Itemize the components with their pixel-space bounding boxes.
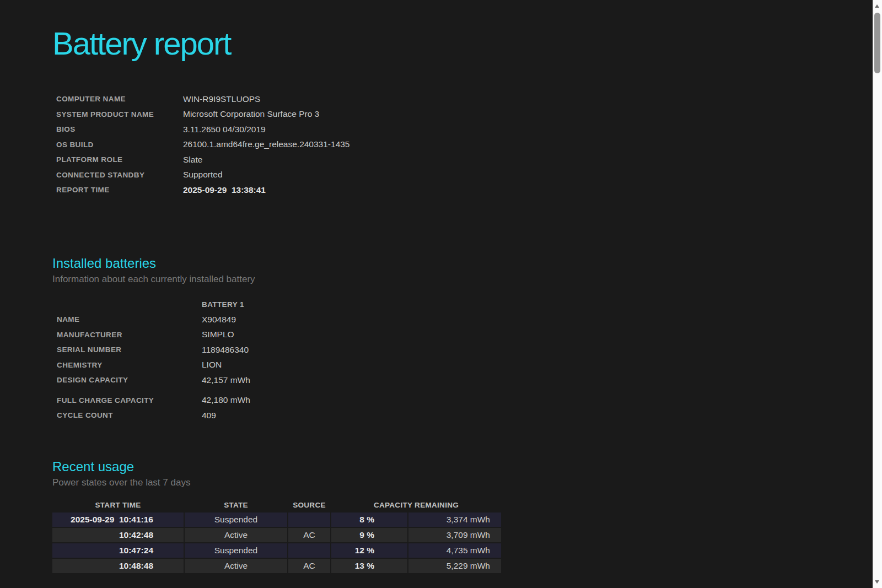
cell-source xyxy=(288,513,330,527)
system-info-row: SYSTEM PRODUCT NAME Microsoft Corporatio… xyxy=(56,107,873,122)
cell-capacity-percent: 13 % xyxy=(331,559,407,573)
battery-label: NAME xyxy=(57,315,202,323)
battery-label: DESIGN CAPACITY xyxy=(57,376,202,384)
battery-label: CYCLE COUNT xyxy=(57,411,202,419)
battery-value: 1189486340 xyxy=(202,345,873,355)
cell-capacity-mwh: 3,374 mWh xyxy=(408,513,501,527)
column-header-state: STATE xyxy=(185,501,287,509)
cell-capacity-mwh: 3,709 mWh xyxy=(408,528,501,542)
info-label: SYSTEM PRODUCT NAME xyxy=(56,110,183,118)
cell-capacity-percent: 8 % xyxy=(331,513,407,527)
battery-value: 42,157 mWh xyxy=(202,375,873,385)
battery-label: MANUFACTURER xyxy=(57,331,202,339)
info-value: 26100.1.amd64fre.ge_release.240331-1435 xyxy=(183,139,873,149)
info-value: Slate xyxy=(183,155,873,165)
battery-row: NAME X904849 xyxy=(57,312,873,327)
recent-usage-section: Recent usage Power states over the last … xyxy=(52,458,873,573)
cell-start-time: 10:42:48 xyxy=(52,528,184,542)
page-title: Battery report xyxy=(52,25,873,62)
vertical-scrollbar[interactable] xyxy=(873,0,882,588)
scroll-up-arrow-icon[interactable] xyxy=(875,4,879,8)
cell-state: Suspended xyxy=(185,513,287,527)
recent-usage-subtitle: Power states over the last 7 days xyxy=(52,477,873,488)
battery-row: SERIAL NUMBER 1189486340 xyxy=(57,342,873,358)
usage-table-row: 10:47:24 Suspended 12 % 4,735 mWh xyxy=(52,543,501,558)
info-label: BIOS xyxy=(56,125,183,133)
installed-batteries-title: Installed batteries xyxy=(52,255,873,272)
system-info-row: COMPUTER NAME WIN-R9I9STLUOPS xyxy=(56,91,873,107)
system-info-table: COMPUTER NAME WIN-R9I9STLUOPS SYSTEM PRO… xyxy=(52,91,873,198)
battery-row: MANUFACTURER SIMPLO xyxy=(57,327,873,343)
cell-start-time: 10:48:48 xyxy=(52,559,184,573)
cell-capacity-mwh: 5,229 mWh xyxy=(408,559,501,573)
battery-label: FULL CHARGE CAPACITY xyxy=(57,396,202,404)
system-info-row: OS BUILD 26100.1.amd64fre.ge_release.240… xyxy=(56,137,873,153)
usage-table-row: 10:42:48 Active AC 9 % 3,709 mWh xyxy=(52,528,501,542)
battery-row: DESIGN CAPACITY 42,157 mWh xyxy=(57,373,873,388)
info-label: COMPUTER NAME xyxy=(56,95,183,103)
installed-batteries-section: Installed batteries Information about ea… xyxy=(52,255,873,423)
battery-label: CHEMISTRY xyxy=(57,361,202,369)
cell-state: Suspended xyxy=(185,543,287,558)
info-value: 3.11.2650 04/30/2019 xyxy=(183,125,873,134)
recent-usage-table: START TIME STATE SOURCE CAPACITY REMAINI… xyxy=(52,499,501,573)
column-header-start-time: START TIME xyxy=(52,501,184,509)
battery-value: 42,180 mWh xyxy=(202,395,873,405)
installed-batteries-subtitle: Information about each currently install… xyxy=(52,274,873,285)
battery-value: SIMPLO xyxy=(202,330,873,339)
cell-source: AC xyxy=(288,559,330,573)
battery-row: CHEMISTRY LION xyxy=(57,358,873,373)
info-value: WIN-R9I9STLUOPS xyxy=(183,94,873,104)
usage-table-row: 2025-09-29 10:41:16 Suspended 8 % 3,374 … xyxy=(52,513,501,527)
cell-capacity-mwh: 4,735 mWh xyxy=(408,543,501,558)
scroll-down-arrow-icon[interactable] xyxy=(875,580,879,584)
cell-start-time: 2025-09-29 10:41:16 xyxy=(52,513,184,527)
usage-table-row: 10:48:48 Active AC 13 % 5,229 mWh xyxy=(52,559,501,573)
info-value: Microsoft Corporation Surface Pro 3 xyxy=(183,109,873,119)
cell-state: Active xyxy=(185,559,287,573)
battery-row: CYCLE COUNT 409 xyxy=(57,408,873,423)
usage-table-body: 2025-09-29 10:41:16 Suspended 8 % 3,374 … xyxy=(52,513,501,573)
info-label: CONNECTED STANDBY xyxy=(56,171,183,179)
battery-value: LION xyxy=(202,360,873,370)
system-info-row: REPORT TIME 2025-09-29 13:38:41 xyxy=(56,182,873,198)
cell-source xyxy=(288,543,330,558)
battery-details-table: BATTERY 1 NAME X904849 MANUFACTURER SIMP… xyxy=(52,297,873,423)
info-label: OS BUILD xyxy=(56,141,183,149)
battery-row: FULL CHARGE CAPACITY 42,180 mWh xyxy=(57,393,873,408)
recent-usage-title: Recent usage xyxy=(52,458,873,475)
report-time-value: 2025-09-29 13:38:41 xyxy=(183,185,873,195)
column-header-capacity-remaining: CAPACITY REMAINING xyxy=(331,501,501,509)
system-info-row: CONNECTED STANDBY Supported xyxy=(56,168,873,183)
battery-value: 409 xyxy=(202,411,873,420)
battery-header-row: BATTERY 1 xyxy=(57,297,873,312)
cell-source: AC xyxy=(288,528,330,542)
usage-table-header: START TIME STATE SOURCE CAPACITY REMAINI… xyxy=(52,499,501,511)
cell-start-time: 10:47:24 xyxy=(52,543,184,558)
battery-value: X904849 xyxy=(202,315,873,325)
system-info-row: PLATFORM ROLE Slate xyxy=(56,152,873,168)
info-label: REPORT TIME xyxy=(56,186,183,194)
cell-capacity-percent: 12 % xyxy=(331,543,407,558)
battery-label: SERIAL NUMBER xyxy=(57,346,202,354)
cell-state: Active xyxy=(185,528,287,542)
battery-column-header: BATTERY 1 xyxy=(202,300,873,309)
scrollbar-thumb[interactable] xyxy=(874,13,880,73)
cell-capacity-percent: 9 % xyxy=(331,528,407,542)
info-label: PLATFORM ROLE xyxy=(56,155,183,164)
system-info-row: BIOS 3.11.2650 04/30/2019 xyxy=(56,122,873,137)
column-header-source: SOURCE xyxy=(288,501,330,509)
battery-report-page: Battery report COMPUTER NAME WIN-R9I9STL… xyxy=(0,25,873,588)
info-value: Supported xyxy=(183,170,873,180)
